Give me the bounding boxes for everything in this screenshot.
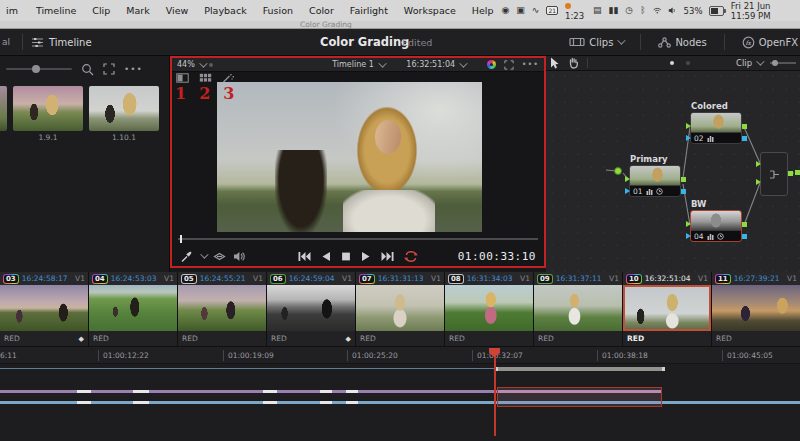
viewer-scrub-bar[interactable] — [178, 238, 538, 240]
video-preview[interactable] — [217, 82, 482, 232]
skip-start-icon[interactable] — [298, 251, 312, 262]
clip-thumbnail[interactable] — [356, 285, 444, 331]
clip-thumbnail[interactable] — [712, 285, 800, 331]
thumbnail-size-slider[interactable] — [6, 68, 72, 70]
gallery-still-partial[interactable] — [0, 86, 7, 131]
menu-item[interactable]: Color — [301, 5, 342, 16]
timeline-tab[interactable]: Timeline — [31, 37, 92, 48]
grab-still-icon[interactable] — [213, 251, 226, 262]
slider-knob[interactable] — [32, 65, 40, 73]
still-thumbnail[interactable] — [89, 86, 159, 131]
loop-icon[interactable] — [404, 251, 419, 262]
chevron-down-icon[interactable] — [200, 250, 208, 258]
chevron-down-icon[interactable] — [199, 59, 207, 67]
clip-thumbnail[interactable] — [445, 285, 533, 331]
nodes-button[interactable]: Nodes — [658, 37, 706, 48]
clip-thumbnail[interactable] — [267, 285, 355, 331]
record-timecode[interactable]: 01:00:33:10 — [458, 250, 536, 263]
clip-thumbnail[interactable] — [534, 285, 622, 331]
app-icon[interactable]: ∿ — [532, 6, 540, 15]
rgb-input-connector[interactable] — [686, 123, 691, 129]
timeline-selector[interactable]: Timeline 1 — [332, 60, 384, 69]
audio-mute-icon[interactable] — [233, 251, 246, 262]
clip[interactable]: 05 16:24:55:21 V1 RED ◆ — [178, 272, 266, 347]
clip-thumbnail[interactable] — [623, 285, 711, 331]
expand-icon[interactable] — [103, 63, 115, 75]
mixer-input-1[interactable] — [756, 161, 761, 167]
menu-item[interactable]: Playback — [196, 5, 254, 16]
node-graph[interactable]: Primary 01 Colored — [546, 70, 800, 272]
node-colored[interactable]: 02 — [690, 112, 742, 144]
color-wheel-icon[interactable] — [487, 60, 496, 69]
swirl-icon[interactable]: ◉ — [501, 6, 509, 15]
key-input-connector[interactable] — [625, 188, 630, 194]
video-track[interactable] — [0, 390, 497, 393]
clip[interactable]: 06 16:24:59:04 V1 RED ◆ — [267, 272, 355, 347]
key-input-connector[interactable] — [686, 135, 691, 141]
menu-item[interactable]: Timeline — [28, 5, 84, 16]
timeline-tracks[interactable] — [0, 364, 800, 412]
viewer-menu-icon[interactable]: ••• — [522, 60, 539, 69]
rgb-output-connector[interactable] — [681, 177, 686, 182]
node-mode-selector[interactable]: Clip — [736, 58, 762, 68]
toolbar-partial-label[interactable]: al — [0, 37, 14, 47]
scrub-playhead[interactable] — [180, 235, 182, 243]
timeline-ruler[interactable]: 6:1101:00:12:2201:00:19:0901:00:25:2001:… — [0, 347, 800, 364]
node-zoom-slider[interactable] — [770, 62, 796, 64]
slider-knob[interactable] — [772, 60, 778, 66]
clip-thumbnail[interactable] — [89, 285, 177, 331]
mixer-output[interactable] — [788, 171, 793, 176]
play-icon[interactable] — [361, 251, 372, 262]
clip[interactable]: 11 16:27:39:21 V1 RED ◆ — [712, 272, 800, 347]
clip-thumbnail[interactable] — [0, 285, 88, 331]
viewer-zoom-level[interactable]: 44% — [177, 60, 195, 69]
current-clip-block[interactable] — [497, 387, 662, 407]
menu-item[interactable]: Clip — [84, 5, 118, 16]
rgb-input-connector[interactable] — [625, 176, 630, 182]
node-tree-output[interactable] — [795, 170, 800, 175]
menu-item[interactable]: Help — [464, 5, 502, 16]
eyedropper-icon[interactable] — [180, 250, 193, 263]
calendar-icon[interactable]: 21 — [546, 6, 558, 15]
rgb-output-connector[interactable] — [742, 124, 747, 129]
clip[interactable]: 10 16:32:51:04 V1 RED ◆ — [623, 272, 711, 347]
clip[interactable]: 08 16:31:34:03 V1 RED ◆ — [445, 272, 533, 347]
cursor-icon[interactable] — [550, 57, 560, 69]
menubar-clock[interactable]: Fri 21 Jun 11:59 PM — [731, 1, 794, 21]
parallel-mixer-node[interactable] — [760, 152, 788, 196]
clock-icon[interactable]: ◷ — [625, 6, 633, 15]
timeline-playhead[interactable] — [494, 350, 496, 436]
menu-item[interactable]: Mark — [118, 5, 157, 16]
menu-item[interactable]: View — [158, 5, 197, 16]
key-output-connector[interactable] — [742, 234, 747, 239]
bars-icon[interactable]: ▮▮ — [608, 6, 618, 15]
clip[interactable]: 09 16:31:37:11 V1 RED ◆ — [534, 272, 622, 347]
clip[interactable]: 07 16:31:31:13 V1 RED ◆ — [356, 272, 444, 347]
gallery-still[interactable]: 1.10.1 — [89, 86, 159, 142]
clip[interactable]: 03 16:24:58:17 V1 RED ◆ — [0, 272, 88, 347]
gallery-still[interactable]: 1.9.1 — [13, 86, 83, 142]
menu-item-partial[interactable]: im — [6, 5, 18, 16]
wifi-icon[interactable] — [653, 6, 661, 15]
clips-button[interactable]: Clips — [569, 37, 623, 48]
stop-icon[interactable] — [341, 251, 352, 262]
audio-track[interactable] — [0, 401, 800, 404]
key-input-connector[interactable] — [686, 233, 691, 239]
menu-item[interactable]: Fusion — [255, 5, 301, 16]
rgb-output-connector[interactable] — [742, 222, 747, 227]
openfx-button[interactable]: fx OpenFX — [742, 36, 798, 49]
screen-icon[interactable]: ▣ — [516, 6, 525, 15]
rgb-input-connector[interactable] — [686, 221, 691, 227]
still-thumbnail[interactable] — [13, 86, 83, 131]
current-clip-range-bar[interactable] — [497, 367, 663, 371]
node-bw[interactable]: 04 — [690, 210, 742, 242]
printer-icon[interactable]: ▤ — [593, 6, 602, 15]
flag-icon[interactable]: ◆ — [346, 335, 351, 343]
split-screen-icon[interactable] — [199, 73, 212, 83]
clip-thumbnail[interactable] — [178, 285, 266, 331]
source-node-dot[interactable] — [614, 167, 622, 175]
menu-item[interactable]: Workspace — [396, 5, 464, 16]
active-dot-icon[interactable] — [670, 61, 674, 65]
menu-item[interactable]: Fairlight — [342, 5, 396, 16]
lightbox-icon[interactable] — [176, 73, 189, 83]
